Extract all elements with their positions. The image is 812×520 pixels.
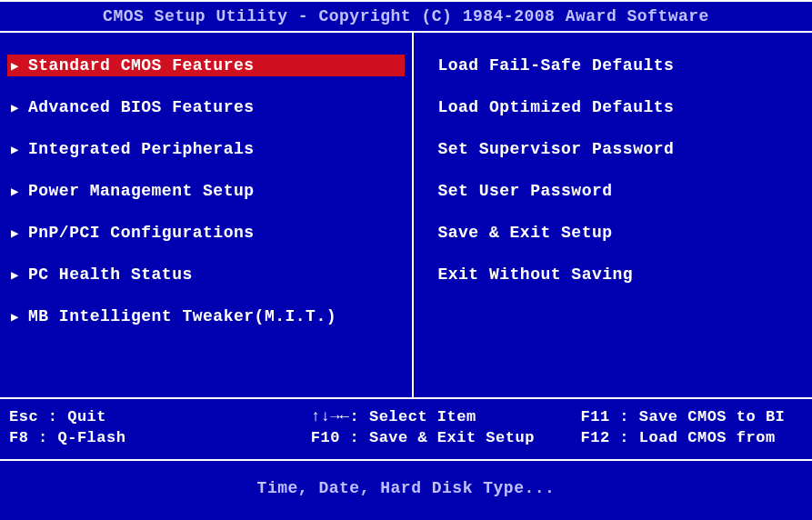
- menu-exit-without-saving[interactable]: Exit Without Saving: [437, 264, 805, 285]
- menu-item-label: Advanced BIOS Features: [28, 98, 255, 116]
- menu-item-label: Standard CMOS Features: [28, 56, 255, 75]
- key-hint-f11: F11 : Save CMOS to BI: [581, 408, 803, 425]
- right-menu-column: Load Fail-Safe Defaults Load Optimized D…: [414, 33, 812, 397]
- menu-item-label: Integrated Peripherals: [28, 140, 255, 158]
- menu-item-label: PnP/PCI Configurations: [28, 224, 255, 242]
- menu-item-label: Power Management Setup: [28, 182, 255, 200]
- menu-mb-intelligent-tweaker[interactable]: ▶ MB Intelligent Tweaker(M.I.T.): [7, 305, 405, 327]
- footer-key-hints: Esc : Quit F8 : Q-Flash ↑↓→←: Select Ite…: [0, 399, 812, 461]
- key-hint-f12: F12 : Load CMOS from: [581, 429, 803, 446]
- key-hint-f8: F8 : Q-Flash: [9, 429, 311, 446]
- menu-item-label: Save & Exit Setup: [437, 224, 612, 242]
- menu-item-label: PC Health Status: [28, 265, 193, 284]
- triangle-right-icon: ▶: [11, 184, 19, 199]
- triangle-right-icon: ▶: [11, 267, 19, 283]
- key-hint-f10: F10 : Save & Exit Setup: [311, 429, 581, 446]
- footer-keys-mid: ↑↓→←: Select Item F10 : Save & Exit Setu…: [311, 408, 581, 450]
- menu-pc-health-status[interactable]: ▶ PC Health Status: [7, 264, 405, 285]
- status-hint-text: Time, Date, Hard Disk Type...: [257, 479, 556, 497]
- key-hint-arrows: ↑↓→←: Select Item: [311, 408, 581, 425]
- triangle-right-icon: ▶: [11, 100, 19, 115]
- footer-keys-left: Esc : Quit F8 : Q-Flash: [9, 408, 311, 450]
- menu-set-supervisor-password[interactable]: Set Supervisor Password: [437, 138, 805, 160]
- menu-standard-cmos-features[interactable]: ▶ Standard CMOS Features: [7, 55, 405, 76]
- triangle-right-icon: ▶: [11, 142, 19, 157]
- triangle-right-icon: ▶: [11, 309, 19, 325]
- key-hint-esc: Esc : Quit: [9, 408, 311, 425]
- bios-header: CMOS Setup Utility - Copyright (C) 1984-…: [0, 0, 812, 31]
- menu-advanced-bios-features[interactable]: ▶ Advanced BIOS Features: [7, 96, 405, 118]
- menu-item-label: Exit Without Saving: [437, 265, 633, 284]
- menu-item-label: Set Supervisor Password: [437, 140, 674, 158]
- menu-load-optimized-defaults[interactable]: Load Optimized Defaults: [437, 96, 805, 118]
- triangle-right-icon: ▶: [11, 225, 19, 241]
- left-menu-column: ▶ Standard CMOS Features ▶ Advanced BIOS…: [0, 33, 414, 397]
- menu-item-label: Set User Password: [437, 182, 612, 200]
- menu-load-fail-safe-defaults[interactable]: Load Fail-Safe Defaults: [437, 55, 805, 76]
- menu-set-user-password[interactable]: Set User Password: [437, 180, 805, 202]
- main-menu-area: ▶ Standard CMOS Features ▶ Advanced BIOS…: [0, 31, 812, 399]
- menu-item-label: Load Optimized Defaults: [437, 98, 674, 116]
- footer-keys-right: F11 : Save CMOS to BI F12 : Load CMOS fr…: [581, 408, 803, 450]
- header-title: CMOS Setup Utility - Copyright (C) 1984-…: [103, 7, 709, 25]
- status-hint-line: Time, Date, Hard Disk Type...: [0, 461, 812, 515]
- menu-item-label: MB Intelligent Tweaker(M.I.T.): [28, 307, 336, 325]
- menu-save-exit-setup[interactable]: Save & Exit Setup: [437, 222, 805, 244]
- menu-integrated-peripherals[interactable]: ▶ Integrated Peripherals: [7, 138, 405, 160]
- menu-pnp-pci-configurations[interactable]: ▶ PnP/PCI Configurations: [7, 222, 405, 244]
- triangle-right-icon: ▶: [11, 58, 19, 74]
- menu-power-management-setup[interactable]: ▶ Power Management Setup: [7, 180, 405, 202]
- menu-item-label: Load Fail-Safe Defaults: [437, 56, 674, 75]
